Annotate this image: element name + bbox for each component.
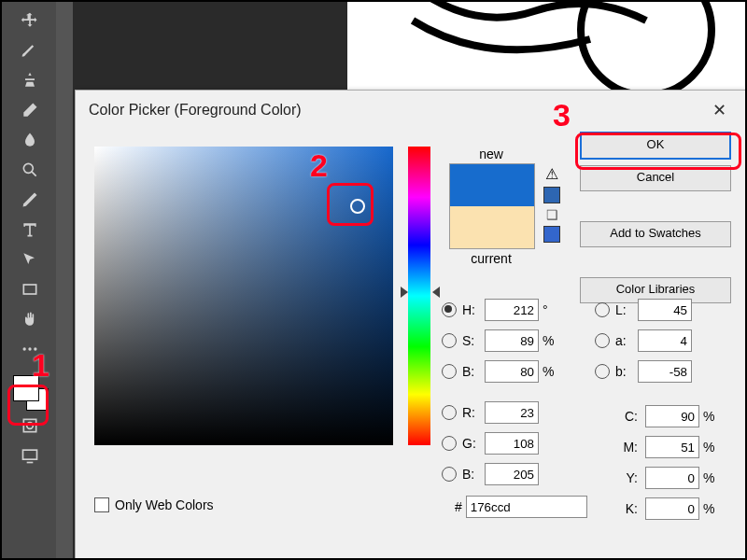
yellow-field[interactable]: [645, 467, 699, 489]
hue-slider[interactable]: [408, 147, 430, 445]
hue-slider-arrow-left-icon: [401, 287, 408, 298]
saturation-radio[interactable]: [442, 333, 457, 348]
websafe-swatch[interactable]: [543, 226, 560, 243]
foreground-background-swatch[interactable]: [11, 373, 49, 411]
only-web-colors-label: Only Web Colors: [115, 497, 214, 512]
svg-rect-2: [23, 285, 35, 294]
svg-rect-8: [23, 450, 37, 459]
add-to-swatches-button[interactable]: Add to Swatches: [580, 221, 731, 247]
pen-tool-icon[interactable]: [17, 187, 43, 213]
green-label: G:: [462, 436, 481, 451]
b-radio[interactable]: [595, 364, 610, 379]
key-label: K:: [617, 501, 638, 516]
clone-stamp-tool-icon[interactable]: [17, 67, 43, 93]
color-field[interactable]: [94, 147, 393, 445]
svg-point-7: [27, 423, 34, 429]
new-label: new: [449, 147, 533, 161]
svg-point-0: [581, 2, 712, 95]
saturation-field[interactable]: [485, 329, 539, 352]
only-web-colors-checkbox[interactable]: [94, 497, 109, 512]
svg-point-4: [28, 347, 31, 350]
close-icon[interactable]: ✕: [707, 100, 732, 120]
red-row: R:: [442, 399, 561, 426]
red-radio[interactable]: [442, 405, 457, 420]
a-radio[interactable]: [595, 333, 610, 348]
blue-label: B:: [462, 467, 481, 482]
hue-slider-arrow-right-icon: [432, 287, 440, 298]
L-radio[interactable]: [595, 302, 610, 317]
magenta-row: M: %: [617, 434, 722, 460]
yellow-label: Y:: [617, 470, 638, 485]
screen-mode-icon[interactable]: [17, 442, 43, 469]
saturation-label: S:: [462, 333, 481, 348]
L-field[interactable]: [638, 299, 692, 321]
current-label: current: [449, 251, 533, 266]
ellipsis-tool-icon[interactable]: [17, 336, 43, 362]
magenta-field[interactable]: [645, 436, 699, 458]
svg-point-3: [23, 347, 26, 350]
a-row: a:: [595, 328, 696, 354]
L-row: L:: [595, 297, 696, 323]
quick-mask-icon[interactable]: [17, 413, 43, 439]
svg-point-5: [34, 347, 36, 350]
blue-row: B:: [442, 461, 561, 487]
color-picker-cursor[interactable]: [350, 199, 365, 214]
magenta-label: M:: [617, 440, 638, 455]
color-picker-dialog: Color Picker (Foreground Color) ✕ new cu…: [75, 90, 746, 560]
hue-label: H:: [462, 302, 481, 317]
new-color-swatch: [450, 164, 534, 206]
saturation-row: S: %: [442, 328, 561, 354]
cancel-button[interactable]: Cancel: [580, 165, 731, 191]
brush-tool-icon[interactable]: [17, 37, 43, 63]
red-field[interactable]: [485, 401, 539, 424]
eraser-tool-icon[interactable]: [17, 97, 43, 123]
hex-prefix: #: [455, 499, 462, 514]
tools-panel: [2, 2, 58, 560]
key-field[interactable]: [645, 497, 699, 520]
yellow-row: Y: %: [617, 465, 722, 491]
dialog-title: Color Picker (Foreground Color): [89, 102, 302, 119]
move-tool-icon[interactable]: [17, 7, 43, 34]
rectangle-tool-icon[interactable]: [17, 276, 43, 302]
only-web-colors-row: Only Web Colors: [94, 497, 214, 512]
cyan-field[interactable]: [645, 405, 699, 427]
blur-tool-icon[interactable]: [17, 127, 43, 153]
L-label: L:: [615, 302, 634, 317]
blue-radio[interactable]: [442, 467, 457, 482]
cube-icon[interactable]: ❑: [546, 207, 558, 222]
hue-radio[interactable]: [442, 302, 457, 317]
type-tool-icon[interactable]: [17, 217, 43, 243]
cyan-label: C:: [617, 409, 638, 424]
red-label: R:: [462, 405, 481, 420]
blue-field[interactable]: [485, 463, 539, 485]
b-label: b:: [615, 364, 634, 379]
b-row: b:: [595, 358, 696, 385]
green-field[interactable]: [485, 432, 539, 455]
svg-rect-6: [23, 419, 35, 431]
brightness-radio[interactable]: [442, 364, 457, 379]
foreground-color-swatch[interactable]: [13, 375, 39, 401]
path-selection-tool-icon[interactable]: [17, 246, 43, 273]
b-field[interactable]: [638, 360, 692, 383]
hex-row: #: [455, 496, 591, 518]
hex-field[interactable]: [466, 496, 587, 518]
green-row: G:: [442, 430, 561, 456]
gamut-warning-icon[interactable]: ⚠: [545, 165, 558, 183]
cyan-row: C: %: [617, 403, 722, 429]
hue-field[interactable]: [485, 299, 539, 321]
gamut-swatch[interactable]: [543, 187, 560, 203]
green-radio[interactable]: [442, 436, 457, 451]
brightness-label: B:: [462, 364, 481, 379]
brightness-field[interactable]: [485, 360, 539, 383]
a-field[interactable]: [638, 329, 692, 352]
vertical-ruler: [56, 2, 73, 560]
hue-row: H: °: [442, 297, 561, 323]
brightness-row: B: %: [442, 358, 561, 385]
a-label: a:: [615, 333, 634, 348]
current-color-swatch[interactable]: [450, 206, 534, 248]
color-preview: new current: [449, 147, 533, 266]
hand-tool-icon[interactable]: [17, 306, 43, 332]
dodge-tool-icon[interactable]: [17, 157, 43, 183]
key-row: K: %: [617, 496, 722, 522]
ok-button[interactable]: OK: [580, 132, 731, 160]
